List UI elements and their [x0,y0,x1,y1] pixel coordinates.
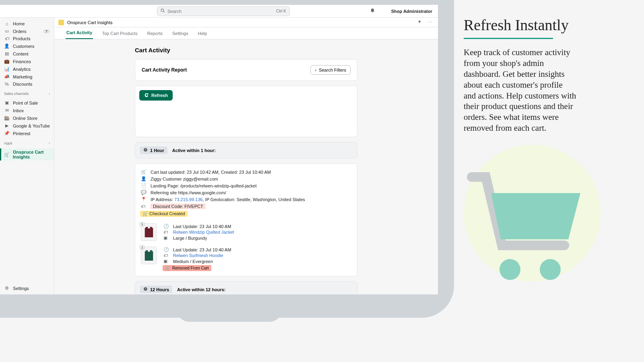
clock-icon: 🕐 [163,224,169,229]
svg-line-3 [163,11,165,12]
qty-badge: 1 [140,245,144,250]
sidebar: ⌂Home▭Orders7🏷Products👤Customers▤Content… [0,18,54,294]
channel-icon: 📌 [4,131,10,136]
sidebar-item-content[interactable]: ▤Content [0,50,54,58]
bucket-pill: 12 Hours [140,286,172,293]
sidebar-item-analytics[interactable]: 📊Analytics [0,65,54,73]
sidebar-item-home[interactable]: ⌂Home [0,20,54,27]
qty-badge: 1 [140,222,144,226]
clock-icon: 🕐 [163,247,169,252]
channel-item[interactable]: 🏬Online Store [0,114,54,122]
nav-icon: ▭ [4,29,10,34]
nav-icon: 👤 [4,43,10,49]
product-thumb[interactable]: 1 [141,223,157,241]
nav-icon: 📊 [4,66,10,72]
tag-icon: 🏷 [163,230,169,234]
sidebar-item-products[interactable]: 🏷Products [0,35,54,42]
pin-icon[interactable] [415,19,423,26]
tab-help[interactable]: Help [197,31,208,39]
bucket-label: Active within 1 hour: [172,148,216,153]
nav-icon: 🏷 [4,36,10,41]
tab-reports[interactable]: Reports [146,31,163,39]
apps-heading: Apps› [0,140,54,146]
bucket-12hours-header: 12 Hours Active within 12 hours: [135,281,357,294]
ip-link[interactable]: 73.215.99.136 [174,197,202,202]
variant-icon: ▣ [163,235,169,241]
chevron-right-icon: › [315,68,316,72]
promo-panel: Refresh Instantly Keep track of customer… [464,16,576,134]
promo-underline [464,38,553,39]
tab-top-cart-products[interactable]: Top Cart Products [101,31,138,39]
channel-icon: ▣ [4,100,10,105]
nav-icon: ▤ [4,51,10,56]
tag-icon: 🏷 [163,253,169,258]
chevron-right-icon[interactable]: › [49,141,50,145]
channel-item[interactable]: ▶Google & YouTube [0,122,54,130]
page-title: Cart Activity [135,47,357,53]
promo-illustration [464,145,592,298]
remove-icon: 🛒 [165,266,170,270]
sidebar-item-customers[interactable]: 👤Customers [0,42,54,50]
nav-icon: 📣 [4,74,10,79]
search-filters-button[interactable]: › Search Filters [310,65,351,75]
nav-icon: % [4,82,10,86]
nav-icon: 💼 [4,59,10,64]
removed-badge: 🛒Removed From Cart [163,265,211,271]
channel-item[interactable]: ✉Inbox [0,107,54,114]
sidebar-settings[interactable]: ⚙Settings [0,284,54,292]
link-icon: 💬 [141,190,147,195]
cart-line-item: 1🕐Last Update: 23 Jul 10:40 AM🏷Relwen Wi… [141,223,351,241]
device-frame: Ctrl K Shop Administrator ⌂Home▭Orders7🏷… [0,0,454,318]
refresh-card: Refresh [135,86,357,137]
cart-referrer: Referring site https://www.google.com/ [151,190,226,195]
product-thumb[interactable]: 1 [141,247,157,264]
app-logo [58,20,64,25]
cart-icon: 🛒 [141,169,147,175]
search-shortcut: Ctrl K [276,9,286,13]
app-header: Onspruce Cart Insights ⋯ [54,18,438,27]
checkout-badge: 🛒 Checkout Created [140,211,188,217]
cart-landing: Landing Page: /products/relwen-windzip-q… [151,183,257,188]
clock-icon [143,148,148,153]
cart-ip-row: IP Address: 73.215.99.136, IP Geolocatio… [151,197,305,202]
channel-icon: 🏬 [4,115,10,121]
sidebar-item-marketing[interactable]: 📣Marketing [0,73,54,80]
tabs: Cart ActivityTop Cart ProductsReportsSet… [54,27,438,39]
search-input[interactable] [167,9,276,14]
notifications-icon[interactable] [370,8,375,15]
cart-updated: Cart last updated: 23 Jul 10:42 AM, Crea… [151,170,271,175]
bucket-pill: 1 Hour [140,146,167,154]
product-link[interactable]: Relwen Surfmesh Hoodie [173,253,223,258]
product-link[interactable]: Relwen Windzip Quilted Jacket [173,230,234,234]
user-icon: 👤 [141,176,147,181]
channel-item[interactable]: 📌Pinterest [0,130,54,137]
sidebar-item-orders[interactable]: ▭Orders7 [0,27,54,35]
tab-cart-activity[interactable]: Cart Activity [66,30,93,39]
admin-name[interactable]: Shop Administrator [391,9,432,14]
channel-item[interactable]: ▣Point of Sale [0,99,54,107]
search-icon [161,8,165,14]
tab-settings[interactable]: Settings [171,31,189,39]
app-item-active[interactable]: 🛒Onspruce Cart Insights [0,148,54,160]
svg-point-2 [161,9,164,12]
bucket-1hour-header: 1 Hour Active within 1 hour: [135,142,357,158]
more-icon[interactable]: ⋯ [426,19,434,26]
chevron-right-icon[interactable]: › [49,92,50,96]
location-icon: 📍 [141,197,147,202]
main-content: Cart Activity Cart Activity Report › Sea… [54,39,438,294]
badge: 7 [43,29,50,33]
topbar: Ctrl K Shop Administrator [0,5,438,18]
clock-icon [143,287,148,292]
sidebar-item-finances[interactable]: 💼Finances [0,58,54,65]
page-icon: 📄 [141,183,147,188]
report-title: Cart Activity Report [142,67,187,73]
promo-title: Refresh Instantly [464,16,576,34]
tag-icon: 🏷 [141,204,147,209]
global-search[interactable]: Ctrl K [157,6,290,16]
report-header-card: Cart Activity Report › Search Filters [135,59,357,81]
variant-icon: ▣ [163,259,169,264]
promo-body: Keep track of customer activity from you… [464,47,576,134]
bucket-label: Active within 12 hours: [177,287,225,292]
refresh-button[interactable]: Refresh [139,90,173,101]
sidebar-item-discounts[interactable]: %Discounts [0,80,54,88]
